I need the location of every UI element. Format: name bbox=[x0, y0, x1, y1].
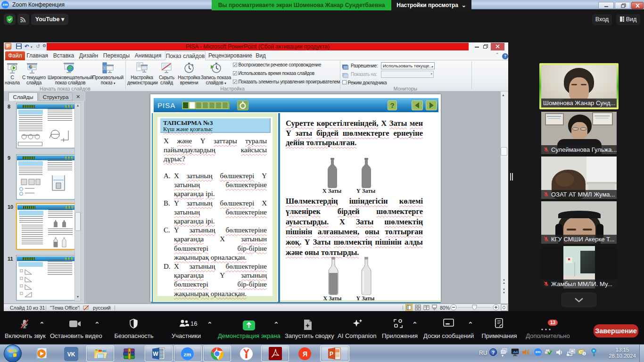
svg-text:Я: Я bbox=[303, 350, 307, 358]
svg-text:W: W bbox=[153, 351, 158, 357]
svg-text:VK: VK bbox=[67, 351, 75, 358]
svg-text:zm: zm bbox=[184, 352, 191, 357]
svg-text:P: P bbox=[330, 351, 333, 357]
